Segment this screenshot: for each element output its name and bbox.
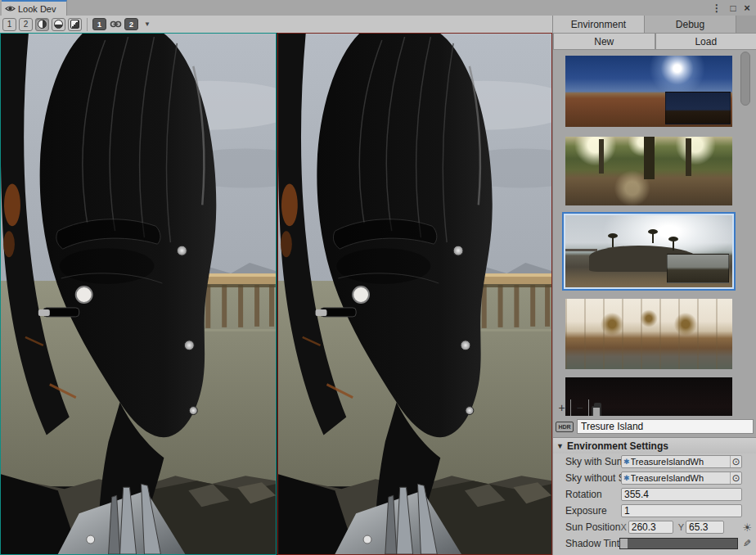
- object-picker-icon[interactable]: ⊙: [730, 472, 741, 484]
- tab-title: Look Dev: [18, 4, 56, 14]
- env-thumbnail-inset: [665, 92, 731, 124]
- environment-panel: Environment Debug New Load: [552, 16, 756, 555]
- env-thumbnail-treasure-island: [565, 215, 732, 287]
- zone-view-button[interactable]: [68, 18, 82, 31]
- horizontal-split-icon: [54, 20, 63, 29]
- link-cameras-button[interactable]: [109, 18, 122, 30]
- rotation-label: Rotation: [565, 489, 621, 500]
- cubemap-asset-icon: ✱: [623, 458, 630, 466]
- panel-actions: New Load: [553, 33, 756, 50]
- maximize-icon[interactable]: □: [727, 0, 740, 16]
- sky-with-sun-label: Sky with Sun: [565, 456, 621, 467]
- panel-tabs: Environment Debug: [553, 16, 756, 33]
- camera-2-button[interactable]: 2: [124, 18, 138, 30]
- scrollbar-thumb[interactable]: [740, 52, 750, 106]
- cubemap-asset-icon: ✱: [623, 474, 630, 482]
- sun-y-input[interactable]: [686, 521, 724, 534]
- vertical-split-icon: [38, 20, 47, 29]
- env-thumbnail-church-interior[interactable]: [565, 299, 732, 369]
- lookdev-viewport: [0, 33, 552, 555]
- load-environment-button[interactable]: Load: [655, 33, 756, 50]
- rotation-input[interactable]: [621, 488, 742, 501]
- toolbar-separator: [87, 18, 88, 31]
- sun-y-label: Y: [678, 522, 684, 532]
- diagonal-split-icon: [70, 20, 79, 29]
- sun-position-picker-icon[interactable]: ☀: [743, 521, 753, 534]
- rotation-row: Rotation: [553, 486, 756, 503]
- shadow-tint-row: Shadow Tint ✎: [553, 535, 756, 552]
- sky-with-sun-row: Sky with Sun ✱ TreasureIslandWh ⊙: [553, 453, 756, 470]
- sun-position-row: Sun Position X Y ☀: [553, 519, 756, 535]
- shadow-tint-color-swatch[interactable]: [619, 538, 737, 549]
- tab-debug[interactable]: Debug: [645, 16, 736, 33]
- tab-look-dev[interactable]: Look Dev: [2, 0, 67, 16]
- env-thumbnail-treasure-island-selected[interactable]: [562, 212, 736, 291]
- environment-settings: ▼ Environment Settings Sky with Sun ✱ Tr…: [553, 437, 756, 555]
- camera-options-dropdown[interactable]: ▼: [141, 18, 154, 30]
- environment-settings-header[interactable]: ▼ Environment Settings: [553, 438, 756, 453]
- tab-environment[interactable]: Environment: [553, 16, 645, 33]
- sky-without-sun-object-field[interactable]: ✱ TreasureIslandWh ⊙: [621, 472, 742, 485]
- environment-name-input[interactable]: [577, 419, 754, 434]
- env-list-tools: + −: [553, 399, 606, 416]
- sky-with-sun-object-field[interactable]: ✱ TreasureIslandWh ⊙: [621, 455, 742, 468]
- duplicate-icon: [594, 403, 601, 412]
- link-icon: [110, 20, 122, 29]
- render-pane-2[interactable]: [277, 33, 552, 555]
- render-pane-1[interactable]: [0, 33, 277, 555]
- sun-x-input[interactable]: [628, 521, 673, 534]
- shadow-tint-label: Shadow Tint: [565, 538, 619, 549]
- camera-1-button[interactable]: 1: [92, 18, 106, 30]
- single-view-1-button[interactable]: 1: [2, 18, 16, 31]
- lookdev-window: Look Dev ⋮ □ × 1 2 1 2 ▼: [0, 0, 756, 555]
- environment-list: + −: [553, 50, 756, 416]
- sky-with-sun-value: TreasureIslandWh: [631, 457, 730, 467]
- object-picker-icon[interactable]: ⊙: [730, 456, 741, 467]
- single-view-2-button[interactable]: 2: [19, 18, 33, 31]
- env-list-scrollbar[interactable]: [740, 50, 751, 416]
- add-environment-button[interactable]: +: [553, 399, 570, 416]
- eye-icon: [5, 5, 16, 12]
- settings-header-label: Environment Settings: [567, 440, 668, 452]
- foldout-arrow-icon: ▼: [556, 442, 564, 450]
- window-menu-icon[interactable]: ⋮: [710, 0, 723, 16]
- hdr-badge-icon: HDR: [556, 422, 574, 432]
- env-thumbnail-inset: [667, 254, 729, 283]
- env-thumbnail-redwood-forest[interactable]: [565, 137, 732, 205]
- sky-without-sun-value: TreasureIslandWh: [631, 473, 730, 483]
- new-environment-button[interactable]: New: [553, 33, 655, 50]
- exposure-label: Exposure: [565, 505, 621, 517]
- environment-name-row: HDR: [553, 416, 756, 437]
- remove-environment-button[interactable]: −: [571, 399, 588, 416]
- eyedropper-icon[interactable]: ✎: [743, 538, 751, 549]
- exposure-row: Exposure: [553, 503, 756, 519]
- close-icon[interactable]: ×: [740, 0, 754, 16]
- env-thumbnail-desert-with-sun[interactable]: [565, 56, 732, 127]
- sun-x-label: X: [620, 522, 626, 532]
- sky-without-sun-row: Sky without Sun ✱ TreasureIslandWh ⊙: [553, 470, 756, 486]
- duplicate-environment-button[interactable]: [589, 399, 606, 416]
- side-by-side-view-button[interactable]: [35, 18, 49, 31]
- sun-position-label: Sun Position: [565, 521, 620, 533]
- lookdev-toolbar: 1 2 1 2 ▼: [0, 16, 552, 33]
- split-view-button[interactable]: [52, 18, 65, 31]
- sky-without-sun-label: Sky without Sun: [565, 472, 621, 484]
- title-bar: Look Dev ⋮ □ ×: [0, 0, 756, 16]
- exposure-input[interactable]: [621, 504, 742, 517]
